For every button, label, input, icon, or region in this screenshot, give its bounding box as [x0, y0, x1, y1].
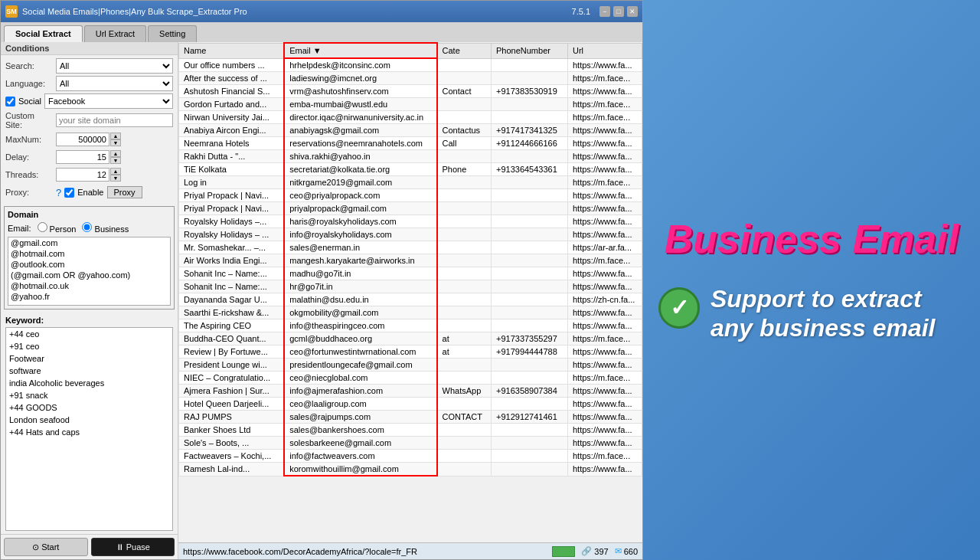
- table-row[interactable]: Dayananda Sagar U... malathin@dsu.edu.in…: [179, 293, 642, 306]
- table-row[interactable]: Royalsky Holidays – ... info@royalskyhol…: [179, 228, 642, 241]
- social-checkbox[interactable]: [5, 97, 15, 106]
- proxy-enable-checkbox[interactable]: [64, 188, 74, 198]
- table-row[interactable]: Saarthi E-rickshaw &... okgmobility@gmai…: [179, 306, 642, 319]
- cell-email: sales@bankershoes.com: [284, 424, 436, 437]
- table-row[interactable]: Factweavers – Kochi,... info@factweavers…: [179, 450, 642, 463]
- table-row[interactable]: Sohanit Inc – Name:... madhu@go7it.in ht…: [179, 267, 642, 280]
- table-row[interactable]: Buddha-CEO Quant... gcml@buddhaceo.org a…: [179, 332, 642, 345]
- domain-item-yahoo-fr[interactable]: @yahoo.fr: [8, 291, 170, 302]
- cell-cate: [437, 463, 492, 476]
- close-button[interactable]: ✕: [627, 6, 638, 17]
- table-row[interactable]: Rakhi Dutta - "... shiva.rakhi@yahoo.in …: [179, 150, 642, 163]
- table-row[interactable]: Neemrana Hotels reservations@neemranahot…: [179, 137, 642, 150]
- table-row[interactable]: Priyal Propack | Navi... ceo@priyalpropa…: [179, 189, 642, 202]
- table-row[interactable]: Anabiya Aircon Engi... anabiyagsk@gmail.…: [179, 124, 642, 137]
- proxy-help-icon[interactable]: ?: [56, 187, 61, 198]
- keyword-item[interactable]: +44 Hats and caps: [6, 426, 172, 438]
- col-email[interactable]: Email ▼: [284, 43, 436, 58]
- person-radio[interactable]: [38, 222, 47, 232]
- cell-email: ceo@laaligroup.com: [284, 398, 436, 411]
- keyword-item[interactable]: Footwear: [6, 352, 172, 365]
- table-row[interactable]: Ashutosh Financial S... vrm@ashutoshfins…: [179, 85, 642, 98]
- delay-input[interactable]: [56, 150, 109, 164]
- table-row[interactable]: Our office numbers ... hrhelpdesk@itcons…: [179, 58, 642, 72]
- col-url[interactable]: Url: [568, 43, 642, 58]
- start-button[interactable]: ⊙ Start: [4, 538, 88, 556]
- table-row[interactable]: Air Works India Engi... mangesh.karyakar…: [179, 254, 642, 267]
- search-select[interactable]: All: [56, 58, 173, 74]
- custom-site-input[interactable]: [56, 113, 173, 127]
- cell-phone: [491, 98, 567, 111]
- cell-url: https://www.fa...: [568, 359, 642, 372]
- business-radio[interactable]: [82, 222, 92, 232]
- threads-label: Threads:: [5, 170, 53, 179]
- threads-input[interactable]: [56, 168, 109, 182]
- table-row[interactable]: NIEC – Congratulatio... ceo@niecglobal.c…: [179, 372, 642, 385]
- delay-up-button[interactable]: ▲: [110, 150, 121, 157]
- domain-item-gmail-yahoo[interactable]: (@gmail.com OR @yahoo.com): [8, 270, 170, 280]
- cell-phone: [491, 280, 567, 293]
- table-row[interactable]: Ajmera Fashion | Sur... info@ajmerafashi…: [179, 385, 642, 398]
- minimize-button[interactable]: −: [599, 6, 610, 17]
- delay-down-button[interactable]: ▼: [110, 157, 121, 164]
- table-row[interactable]: Log in nitkrgame2019@gmail.com https://m…: [179, 176, 642, 189]
- table-row[interactable]: Mr. Somashekar... –... sales@enerman.in …: [179, 241, 642, 254]
- tab-setting[interactable]: Setting: [148, 25, 197, 42]
- cell-cate: [437, 189, 492, 202]
- promo-subtitle: Support to extract any business email: [710, 284, 965, 343]
- threads-up-button[interactable]: ▲: [110, 168, 121, 175]
- cell-cate: [437, 319, 492, 332]
- table-row[interactable]: Review | By Fortuwe... ceo@fortunwestint…: [179, 345, 642, 359]
- proxy-button[interactable]: Proxy: [107, 186, 142, 198]
- table-row[interactable]: Gordon Furtado and... emba-mumbai@wustl.…: [179, 98, 642, 111]
- domain-item-hotmail[interactable]: @hotmail.com: [8, 248, 170, 259]
- table-row[interactable]: Sole's – Boots, ... solesbarkeene@gmail.…: [179, 437, 642, 450]
- table-row[interactable]: Sohanit Inc – Name:... hr@go7it.in https…: [179, 280, 642, 293]
- cell-cate: [437, 228, 492, 241]
- domain-item-hotmail-uk[interactable]: @hotmail.co.uk: [8, 280, 170, 291]
- maxnum-up-button[interactable]: ▲: [110, 133, 121, 139]
- keyword-item[interactable]: +91 snack: [6, 389, 172, 401]
- tab-url-extract[interactable]: Url Extract: [84, 25, 146, 42]
- table-row[interactable]: The Aspiring CEO info@theaspiringceo.com…: [179, 319, 642, 332]
- keyword-item[interactable]: india Alcoholic beverages: [6, 377, 172, 389]
- tab-social-extract[interactable]: Social Extract: [4, 25, 83, 42]
- domain-item-gmail[interactable]: @gmail.com: [8, 237, 170, 248]
- cell-email: info@royalskyholidays.com: [284, 228, 436, 241]
- maximize-button[interactable]: □: [613, 6, 624, 17]
- table-row[interactable]: RAJ PUMPS sales@rajpumps.com CONTACT +91…: [179, 411, 642, 424]
- table-row[interactable]: Banker Shoes Ltd sales@bankershoes.com h…: [179, 424, 642, 437]
- cell-phone: +917417341325: [491, 124, 567, 137]
- table-row[interactable]: Hotel Queen Darjeeli... ceo@laaligroup.c…: [179, 398, 642, 411]
- col-name[interactable]: Name: [179, 43, 285, 58]
- cell-phone: [491, 319, 567, 332]
- table-row[interactable]: Priyal Propack | Navi... priyalpropack@g…: [179, 202, 642, 215]
- keyword-item[interactable]: +44 ceo: [6, 328, 172, 340]
- pause-button[interactable]: ⏸ Puase: [91, 538, 175, 556]
- cell-email: director.iqac@nirwanuniversity.ac.in: [284, 111, 436, 124]
- cell-url: https://m.face...: [568, 332, 642, 345]
- keyword-item[interactable]: +91 ceo: [6, 340, 172, 352]
- table-row[interactable]: President Lounge wi... presidentloungeca…: [179, 359, 642, 372]
- cell-url: https://www.fa...: [568, 124, 642, 137]
- table-row[interactable]: Ramesh Lal-ind... koromwithouillim@gmail…: [179, 463, 642, 476]
- cell-name: Hotel Queen Darjeeli...: [179, 398, 285, 411]
- threads-down-button[interactable]: ▼: [110, 175, 121, 182]
- language-select[interactable]: All: [56, 76, 173, 91]
- keyword-item[interactable]: +44 GOODS: [6, 401, 172, 414]
- keyword-item[interactable]: software: [6, 365, 172, 377]
- cell-email: hrhelpdesk@itconsinc.com: [284, 58, 436, 72]
- table-row[interactable]: Nirwan University Jai... director.iqac@n…: [179, 111, 642, 124]
- maxnum-down-button[interactable]: ▼: [110, 139, 121, 146]
- domain-item-outlook[interactable]: @outlook.com: [8, 259, 170, 270]
- col-phone[interactable]: PhoneNumber: [491, 43, 567, 58]
- cell-cate: at: [437, 345, 492, 359]
- table-row[interactable]: TiE Kolkata secretariat@kolkata.tie.org …: [179, 163, 642, 176]
- social-platform-select[interactable]: Facebook: [44, 93, 173, 109]
- cell-phone: [491, 293, 567, 306]
- maxnum-input[interactable]: [56, 133, 109, 146]
- col-cate[interactable]: Cate: [437, 43, 492, 58]
- keyword-item[interactable]: London seafood: [6, 414, 172, 426]
- table-row[interactable]: After the success of ... ladieswing@imcn…: [179, 72, 642, 85]
- table-row[interactable]: Royalsky Holidays –... haris@royalskyhol…: [179, 215, 642, 228]
